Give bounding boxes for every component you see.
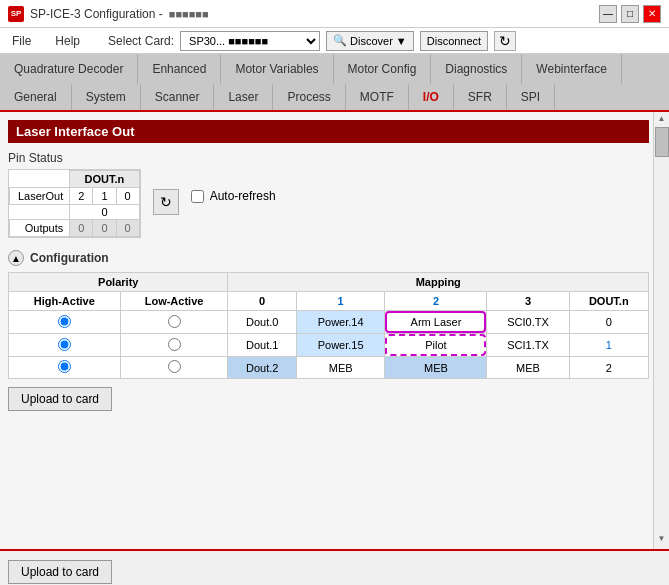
collapse-button[interactable]: ▲ xyxy=(8,250,24,266)
select-card-dropdown[interactable]: SP30... ■■■■■■ xyxy=(180,31,320,51)
minimize-button[interactable]: — xyxy=(599,5,617,23)
low-active-radio-1[interactable] xyxy=(168,315,181,328)
title-bar: SP SP-ICE-3 Configuration - ■■■■■■ — □ ✕ xyxy=(0,0,669,28)
power14-cell: Power.14 xyxy=(296,311,385,334)
tab-laser[interactable]: Laser xyxy=(214,84,273,110)
map-col-3-header: 3 xyxy=(487,292,569,311)
low-active-radio-cell-1[interactable] xyxy=(120,311,228,334)
chevron-down-icon: ▼ xyxy=(396,35,407,47)
high-active-radio-cell-2[interactable] xyxy=(9,334,121,357)
auto-refresh-label: Auto-refresh xyxy=(210,189,276,203)
config-section-header: ▲ Configuration xyxy=(8,250,649,266)
pin-status-label: Pin Status xyxy=(8,151,63,165)
dout-n-header: DOUT.n xyxy=(569,292,648,311)
app-subtitle: ■■■■■■ xyxy=(169,8,209,20)
nav-row-2: General System Scanner Laser Process MOT… xyxy=(0,84,669,112)
tab-system[interactable]: System xyxy=(72,84,141,110)
tab-enhanced[interactable]: Enhanced xyxy=(138,54,221,84)
auto-refresh-area: Auto-refresh xyxy=(191,189,276,203)
meb3-cell: MEB xyxy=(487,357,569,379)
meb2-cell: MEB xyxy=(385,357,487,379)
map-col-2-header: 2 xyxy=(385,292,487,311)
app-title: SP-ICE-3 Configuration - xyxy=(30,7,163,21)
map-col-1-header: 1 xyxy=(296,292,385,311)
upload-to-card-button[interactable]: Upload to card xyxy=(8,560,112,584)
scroll-up-arrow[interactable]: ▲ xyxy=(656,112,668,125)
tab-diagnostics[interactable]: Diagnostics xyxy=(431,54,522,84)
tab-general[interactable]: General xyxy=(0,84,72,110)
upload-to-card-button-inner[interactable]: Upload to card xyxy=(8,387,112,411)
tab-motor-config[interactable]: Motor Config xyxy=(334,54,432,84)
pin-table-wrapper: DOUT.n LaserOut 2 1 0 0 Outputs 0 0 0 xyxy=(8,169,649,238)
output-val-0: 0 xyxy=(116,220,139,237)
low-active-header: Low-Active xyxy=(120,292,228,311)
file-menu[interactable]: File xyxy=(8,32,35,50)
nav-row-1: Quadrature Decoder Enhanced Motor Variab… xyxy=(0,54,669,84)
high-active-radio-3[interactable] xyxy=(58,360,71,373)
tab-motf[interactable]: MOTF xyxy=(346,84,409,110)
high-active-radio-2[interactable] xyxy=(58,338,71,351)
high-active-radio-cell-1[interactable] xyxy=(9,311,121,334)
sci0tx-cell: SCI0.TX xyxy=(487,311,569,334)
auto-refresh-checkbox[interactable] xyxy=(191,190,204,203)
select-card-area: Select Card: SP30... ■■■■■■ 🔍 Discover ▼… xyxy=(108,31,516,51)
map-col-0-header: 0 xyxy=(228,292,296,311)
help-menu[interactable]: Help xyxy=(51,32,84,50)
app-logo: SP xyxy=(8,6,24,22)
pin-status-table: DOUT.n LaserOut 2 1 0 0 Outputs 0 0 0 xyxy=(8,169,141,238)
config-label: Configuration xyxy=(30,251,109,265)
arm-laser-value[interactable]: Arm Laser xyxy=(385,311,486,333)
dout-col-0: 0 xyxy=(116,188,139,205)
select-card-label: Select Card: xyxy=(108,34,174,48)
output-top-val: 0 xyxy=(70,205,139,220)
high-active-header: High-Active xyxy=(9,292,121,311)
tab-motor-variables[interactable]: Motor Variables xyxy=(221,54,333,84)
dout-n-val-1: 1 xyxy=(569,334,648,357)
pilot-value[interactable]: Pilot xyxy=(385,334,486,356)
scroll-down-arrow[interactable]: ▼ xyxy=(656,532,668,545)
dout-header: DOUT.n xyxy=(70,171,139,188)
power15-cell: Power.15 xyxy=(296,334,385,357)
close-button[interactable]: ✕ xyxy=(643,5,661,23)
tab-io[interactable]: I/O xyxy=(409,84,454,110)
tab-scanner[interactable]: Scanner xyxy=(141,84,215,110)
dout0-cell: Dout.0 xyxy=(228,311,296,334)
tab-process[interactable]: Process xyxy=(273,84,345,110)
refresh-button[interactable]: ↻ xyxy=(494,31,516,51)
tab-spi[interactable]: SPI xyxy=(507,84,555,110)
table-row: Dout.2 MEB MEB MEB 2 xyxy=(9,357,649,379)
low-active-radio-3[interactable] xyxy=(168,360,181,373)
pin-refresh-button[interactable]: ↻ xyxy=(153,189,179,215)
search-icon: 🔍 xyxy=(333,34,347,47)
outputs-label: Outputs xyxy=(10,220,70,237)
low-active-radio-cell-3[interactable] xyxy=(120,357,228,379)
polarity-header: Polarity xyxy=(9,273,228,292)
maximize-button[interactable]: □ xyxy=(621,5,639,23)
mapping-table: Polarity Mapping High-Active Low-Active … xyxy=(8,272,649,379)
tab-quadrature-decoder[interactable]: Quadrature Decoder xyxy=(0,54,138,84)
laserout-label: LaserOut xyxy=(10,188,70,205)
output-val-2: 0 xyxy=(70,220,93,237)
low-active-radio-2[interactable] xyxy=(168,338,181,351)
scroll-thumb[interactable] xyxy=(655,127,669,157)
table-row: Dout.0 Power.14 Arm Laser SCI0.TX 0 xyxy=(9,311,649,334)
dout2-cell: Dout.2 xyxy=(228,357,296,379)
high-active-radio-1[interactable] xyxy=(58,315,71,328)
disconnect-button[interactable]: Disconnect xyxy=(420,31,488,51)
tab-sfr[interactable]: SFR xyxy=(454,84,507,110)
bottom-bar: Upload to card xyxy=(0,549,669,585)
tab-webinterface[interactable]: Webinterface xyxy=(522,54,621,84)
meb1-cell: MEB xyxy=(296,357,385,379)
scrollbar[interactable]: ▲ ▼ xyxy=(653,112,669,549)
low-active-radio-cell-2[interactable] xyxy=(120,334,228,357)
sci1tx-cell: SCI1.TX xyxy=(487,334,569,357)
section-header: Laser Interface Out xyxy=(8,120,649,143)
table-row: Dout.1 Power.15 Pilot SCI1.TX 1 xyxy=(9,334,649,357)
menu-bar: File Help Select Card: SP30... ■■■■■■ 🔍 … xyxy=(0,28,669,54)
discover-button[interactable]: 🔍 Discover ▼ xyxy=(326,31,414,51)
dout-col-1: 1 xyxy=(93,188,116,205)
arm-laser-cell[interactable]: Arm Laser xyxy=(385,311,487,334)
high-active-radio-cell-3[interactable] xyxy=(9,357,121,379)
pilot-cell[interactable]: Pilot xyxy=(385,334,487,357)
dout-n-val-2: 2 xyxy=(569,357,648,379)
